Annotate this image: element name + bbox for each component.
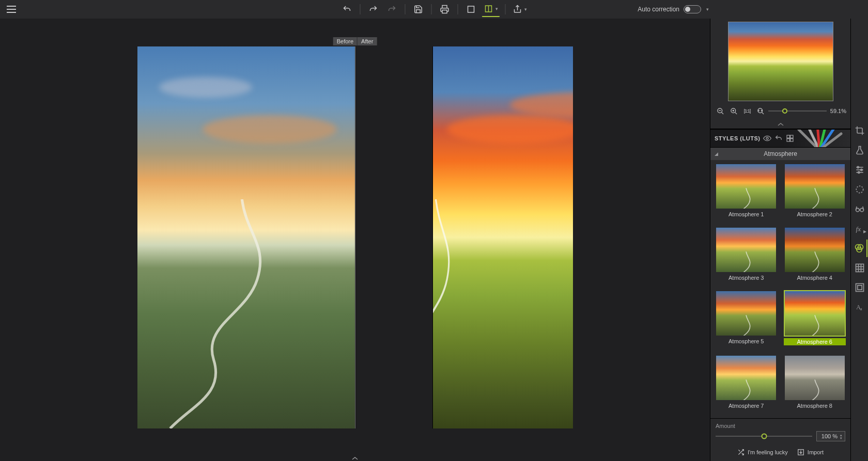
undo-button[interactable] [339, 2, 355, 17]
svg-line-23 [819, 129, 834, 148]
top-toolbar: ▾ ▾ Auto correction ▾ [0, 0, 868, 19]
svg-point-36 [856, 186, 863, 193]
amount-slider[interactable] [716, 433, 812, 440]
svg-line-22 [819, 129, 826, 148]
preset-grid: Atmosphere 1 Atmosphere 2 Atmosphere 3 A… [710, 160, 850, 418]
rings-tool[interactable] [852, 240, 867, 257]
separator [360, 4, 361, 14]
preset-label: Atmosphere 7 [729, 403, 764, 409]
preset-6[interactable]: Atmosphere 6 [782, 290, 848, 352]
preset-8[interactable]: Atmosphere 8 [782, 355, 848, 415]
svg-rect-18 [791, 139, 793, 141]
zoom-fit-button[interactable] [755, 105, 766, 117]
separator [431, 4, 432, 14]
crop-tool[interactable] [852, 122, 867, 139]
amount-value-input[interactable]: 100 % ▴▾ [816, 431, 845, 441]
svg-line-19 [799, 130, 819, 148]
navigator-preview[interactable] [710, 19, 850, 104]
image-canvas[interactable]: Before After [0, 19, 710, 456]
auto-correction-toggle[interactable] [684, 5, 701, 13]
after-label: After [358, 37, 377, 45]
preset-1[interactable]: Atmosphere 1 [714, 163, 779, 224]
preset-label: Atmosphere 1 [729, 211, 764, 217]
print-button[interactable] [437, 2, 453, 17]
auto-correction-label: Auto correction [638, 6, 679, 13]
chevron-down-icon: ▾ [495, 6, 498, 11]
preset-4[interactable]: Atmosphere 4 [782, 227, 848, 287]
svg-rect-16 [791, 135, 793, 138]
feeling-lucky-label: I'm feeling lucky [748, 449, 788, 455]
svg-line-24 [819, 134, 841, 148]
chevron-down-icon[interactable]: ▾ [706, 7, 709, 12]
compare-divider[interactable] [355, 46, 355, 428]
import-icon [797, 449, 804, 456]
navigator-collapse[interactable] [710, 120, 850, 129]
grid-icon[interactable] [786, 134, 794, 142]
spin-down[interactable]: ▾ [839, 437, 844, 439]
svg-line-6 [721, 112, 723, 114]
svg-line-27 [738, 450, 740, 451]
visibility-icon[interactable] [763, 134, 771, 142]
zoom-in-button[interactable] [728, 105, 739, 117]
chevron-down-icon: ▾ [524, 7, 527, 12]
collapse-triangle-icon: ◢ [715, 151, 718, 156]
redo-forward-button[interactable] [384, 2, 400, 17]
svg-rect-43 [856, 264, 863, 272]
menu-button[interactable] [4, 2, 19, 17]
split-view-button[interactable]: ▾ [482, 2, 500, 17]
zoom-slider[interactable] [768, 107, 827, 115]
spin-up[interactable]: ▴ [839, 434, 844, 436]
preset-3[interactable]: Atmosphere 3 [714, 227, 779, 287]
share-button[interactable]: ▾ [511, 2, 529, 17]
frame-tool[interactable] [852, 279, 867, 296]
preset-label: Atmosphere 5 [729, 338, 764, 344]
svg-line-20 [808, 129, 819, 148]
before-after-labels: Before After [333, 37, 377, 45]
amount-section: Amount 100 % ▴▾ [710, 418, 850, 444]
svg-rect-15 [787, 135, 789, 138]
preset-label: Atmosphere 8 [797, 403, 832, 409]
preset-2[interactable]: Atmosphere 2 [782, 163, 848, 224]
reset-icon[interactable] [774, 134, 783, 142]
zoom-out-button[interactable] [715, 105, 726, 117]
glasses-tool[interactable] [852, 200, 867, 218]
preset-5[interactable]: Atmosphere 5 [714, 290, 779, 352]
flask-tool[interactable] [852, 141, 867, 159]
marquee-tool[interactable] [852, 181, 867, 198]
shuffle-icon [737, 449, 745, 456]
redo-button[interactable] [366, 2, 381, 17]
preset-label: Atmosphere 2 [797, 211, 832, 217]
zoom-11-button[interactable]: [1:1] [741, 105, 753, 117]
category-label: Atmosphere [764, 150, 797, 157]
svg-rect-48 [856, 284, 863, 292]
preset-7[interactable]: Atmosphere 7 [714, 355, 779, 415]
category-header[interactable]: ◢ Atmosphere [710, 148, 850, 160]
single-view-button[interactable] [463, 2, 479, 17]
preset-label: Atmosphere 6 [784, 338, 846, 345]
right-tool-strip: ▸ fxAa [850, 19, 868, 461]
svg-text:fx: fx [856, 225, 861, 233]
zoom-value: 59.1% [829, 108, 846, 114]
separator [505, 4, 506, 14]
toolstrip-expand[interactable]: ▸ [862, 225, 868, 237]
svg-line-21 [817, 129, 819, 148]
styles-title: STYLES (LUTS) [715, 135, 760, 141]
svg-rect-1 [468, 6, 474, 12]
panel-expand-handle[interactable] [0, 456, 710, 461]
svg-point-14 [766, 137, 768, 139]
import-button[interactable]: Import [797, 449, 824, 456]
text-tool[interactable]: Aa [852, 298, 867, 316]
svg-rect-0 [442, 10, 447, 13]
styles-section-header: STYLES (LUTS) [710, 129, 850, 148]
amount-value: 100 % [822, 433, 838, 439]
sliders-tool[interactable] [852, 161, 867, 179]
grid-tool[interactable] [852, 259, 867, 277]
svg-text:a: a [860, 307, 862, 311]
before-label: Before [333, 37, 358, 45]
pencil-fan-icon [788, 129, 850, 148]
preset-label: Atmosphere 4 [797, 275, 832, 281]
save-button[interactable] [411, 2, 426, 17]
import-label: Import [808, 449, 824, 455]
feeling-lucky-button[interactable]: I'm feeling lucky [737, 449, 788, 456]
svg-line-13 [762, 112, 764, 114]
